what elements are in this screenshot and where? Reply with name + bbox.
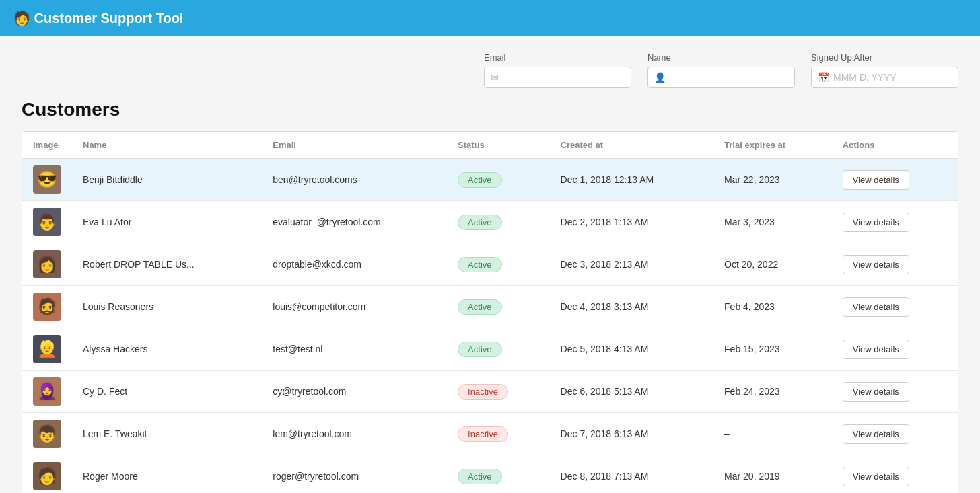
view-details-button[interactable]: View details xyxy=(843,213,909,232)
signed-up-filter-group: Signed Up After 📅 xyxy=(811,52,958,88)
cell-created-at: Dec 2, 2018 1:13 AM xyxy=(550,201,713,243)
cell-name: Benji Bitdiddle xyxy=(72,159,262,201)
email-icon: ✉ xyxy=(491,72,499,83)
cell-name: Roger Moore xyxy=(72,455,262,494)
table-row: 👨 Eva Lu Ator evaluator_@tryretool.com A… xyxy=(22,201,958,243)
name-input[interactable] xyxy=(648,67,795,88)
cell-actions: View details xyxy=(832,371,958,413)
cell-actions: View details xyxy=(832,159,958,201)
cell-status: Inactive xyxy=(447,371,549,413)
col-trial-expires: Trial expires at xyxy=(713,132,832,159)
col-email: Email xyxy=(262,132,447,159)
cell-avatar: 👱 xyxy=(22,328,72,371)
cell-email: ben@tryretool.coms xyxy=(262,159,447,201)
cell-name: Cy D. Fect xyxy=(72,371,262,413)
view-details-button[interactable]: View details xyxy=(843,340,909,359)
app-header: 🧑 Customer Support Tool xyxy=(0,0,980,36)
cell-name: Lem E. Tweakit xyxy=(72,413,262,455)
name-filter-wrap: 👤 xyxy=(648,67,795,88)
cell-created-at: Dec 1, 2018 12:13 AM xyxy=(550,159,713,201)
cell-email: test@test.nl xyxy=(262,328,447,371)
cell-actions: View details xyxy=(832,413,958,455)
cell-created-at: Dec 4, 2018 3:13 AM xyxy=(550,286,713,328)
signed-up-input[interactable] xyxy=(811,67,958,88)
cell-trial-expires: Feb 24, 2023 xyxy=(713,371,832,413)
cell-trial-expires: Mar 22, 2023 xyxy=(713,159,832,201)
cell-avatar: 🧑 xyxy=(22,455,72,494)
signed-up-filter-wrap: 📅 xyxy=(811,67,958,88)
cell-name: Louis Reasoners xyxy=(72,286,262,328)
table-row: 🧑 Roger Moore roger@tryretool.com Active… xyxy=(22,455,958,494)
cell-email: evaluator_@tryretool.com xyxy=(262,201,447,243)
table-row: 👦 Lem E. Tweakit lem@tryretool.com Inact… xyxy=(22,413,958,455)
cell-name: Alyssa Hackers xyxy=(72,328,262,371)
customers-table: Image Name Email Status Created at Trial… xyxy=(22,132,958,493)
cell-actions: View details xyxy=(832,243,958,286)
table-row: 👩 Robert DROP TABLE Us... droptable@xkcd… xyxy=(22,243,958,286)
person-icon: 👤 xyxy=(654,72,666,83)
table-row: 🧕 Cy D. Fect cy@tryretool.com Inactive D… xyxy=(22,371,958,413)
email-input[interactable] xyxy=(484,67,631,88)
cell-name: Eva Lu Ator xyxy=(72,201,262,243)
status-badge: Active xyxy=(458,257,501,272)
col-status: Status xyxy=(447,132,549,159)
cell-status: Active xyxy=(447,455,549,494)
view-details-button[interactable]: View details xyxy=(843,467,909,486)
cell-created-at: Dec 8, 2018 7:13 AM xyxy=(550,455,713,494)
cell-created-at: Dec 7, 2018 6:13 AM xyxy=(550,413,713,455)
cell-trial-expires: Oct 20, 2022 xyxy=(713,243,832,286)
cell-actions: View details xyxy=(832,201,958,243)
view-details-button[interactable]: View details xyxy=(843,382,909,402)
name-filter-label: Name xyxy=(648,52,795,63)
cell-trial-expires: Feb 4, 2023 xyxy=(713,286,832,328)
cell-name: Robert DROP TABLE Us... xyxy=(72,243,262,286)
table-header-row: Image Name Email Status Created at Trial… xyxy=(22,132,958,159)
cell-trial-expires: – xyxy=(713,413,832,455)
status-badge: Active xyxy=(458,469,501,484)
cell-avatar: 😎 xyxy=(22,159,72,201)
view-details-button[interactable]: View details xyxy=(843,255,909,274)
cell-avatar: 👦 xyxy=(22,413,72,455)
status-badge: Active xyxy=(458,172,501,188)
filters-row: Email ✉ Name 👤 Signed Up After 📅 xyxy=(22,52,958,88)
cell-avatar: 👩 xyxy=(22,243,72,286)
name-filter-group: Name 👤 xyxy=(648,52,795,88)
status-badge: Inactive xyxy=(458,384,508,400)
col-actions: Actions xyxy=(832,132,958,159)
cell-email: roger@tryretool.com xyxy=(262,455,447,494)
status-badge: Active xyxy=(458,342,501,357)
cell-avatar: 👨 xyxy=(22,201,72,243)
cell-email: louis@competitor.com xyxy=(262,286,447,328)
cell-status: Active xyxy=(447,159,549,201)
cell-actions: View details xyxy=(832,286,958,328)
col-name: Name xyxy=(72,132,262,159)
customers-table-container: Image Name Email Status Created at Trial… xyxy=(22,131,958,493)
app-title: 🧑 Customer Support Tool xyxy=(13,10,183,26)
view-details-button[interactable]: View details xyxy=(843,297,909,317)
calendar-icon: 📅 xyxy=(818,72,829,83)
cell-avatar: 🧕 xyxy=(22,371,72,413)
page-title: Customers xyxy=(22,99,958,120)
view-details-button[interactable]: View details xyxy=(843,170,909,190)
email-filter-group: Email ✉ xyxy=(484,52,631,88)
status-badge: Active xyxy=(458,299,501,315)
view-details-button[interactable]: View details xyxy=(843,424,909,444)
table-row: 🧔 Louis Reasoners louis@competitor.com A… xyxy=(22,286,958,328)
cell-avatar: 🧔 xyxy=(22,286,72,328)
cell-status: Inactive xyxy=(447,413,549,455)
status-badge: Inactive xyxy=(458,426,508,442)
cell-created-at: Dec 3, 2018 2:13 AM xyxy=(550,243,713,286)
main-content: Email ✉ Name 👤 Signed Up After 📅 Custome… xyxy=(0,36,980,493)
col-created-at: Created at xyxy=(550,132,713,159)
table-row: 😎 Benji Bitdiddle ben@tryretool.coms Act… xyxy=(22,159,958,201)
cell-status: Active xyxy=(447,243,549,286)
signed-up-filter-label: Signed Up After xyxy=(811,52,958,63)
cell-created-at: Dec 5, 2018 4:13 AM xyxy=(550,328,713,371)
status-badge: Active xyxy=(458,215,501,230)
email-filter-label: Email xyxy=(484,52,631,63)
cell-trial-expires: Feb 15, 2023 xyxy=(713,328,832,371)
cell-created-at: Dec 6, 2018 5:13 AM xyxy=(550,371,713,413)
cell-email: lem@tryretool.com xyxy=(262,413,447,455)
cell-status: Active xyxy=(447,201,549,243)
email-filter-wrap: ✉ xyxy=(484,67,631,88)
